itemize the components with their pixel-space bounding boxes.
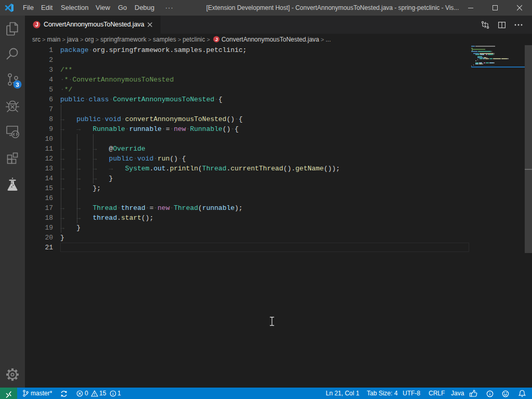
svg-text:J: J (215, 37, 218, 42)
svg-text:3: 3 (16, 82, 19, 88)
svg-text:J: J (35, 21, 38, 28)
